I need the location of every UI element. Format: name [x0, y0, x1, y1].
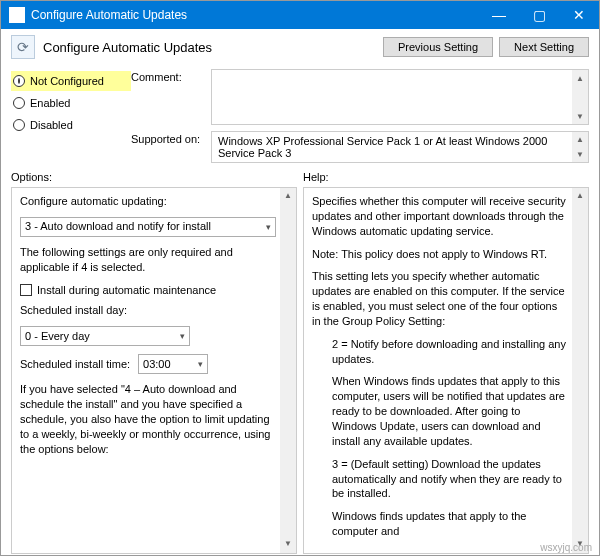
supported-on-value: Windows XP Professional Service Pack 1 o…	[218, 135, 547, 159]
scroll-down-icon[interactable]: ▼	[280, 537, 296, 553]
help-text: This setting lets you specify whether au…	[312, 269, 568, 328]
chevron-down-icon: ▾	[266, 221, 271, 233]
scroll-down-icon[interactable]: ▼	[572, 147, 588, 162]
scroll-down-icon[interactable]: ▼	[572, 108, 588, 124]
help-label: Help:	[303, 171, 589, 183]
radio-label: Not Configured	[30, 75, 104, 87]
scroll-up-icon[interactable]: ▲	[572, 188, 588, 204]
watermark: wsxyjq.com	[540, 542, 592, 553]
radio-dot-icon	[13, 119, 25, 131]
policy-icon	[11, 35, 35, 59]
window-title: Configure Automatic Updates	[31, 8, 479, 22]
scroll-track[interactable]	[280, 204, 296, 537]
radio-dot-icon	[13, 75, 25, 87]
scroll-track[interactable]	[572, 204, 588, 537]
maximize-button[interactable]: ▢	[519, 1, 559, 29]
help-text: Specifies whether this computer will rec…	[312, 194, 568, 239]
checkbox-box-icon	[20, 284, 32, 296]
help-text: Windows finds updates that apply to the …	[312, 509, 568, 539]
previous-setting-button[interactable]: Previous Setting	[383, 37, 493, 57]
chevron-down-icon: ▾	[180, 330, 185, 342]
scheduled-day-label: Scheduled install day:	[20, 303, 276, 318]
scroll-up-icon[interactable]: ▲	[280, 188, 296, 204]
chevron-down-icon: ▾	[198, 358, 203, 370]
close-button[interactable]: ✕	[559, 1, 599, 29]
scheduled-day-select[interactable]: 0 - Every day ▾	[20, 326, 190, 346]
titlebar[interactable]: Configure Automatic Updates — ▢ ✕	[1, 1, 599, 29]
radio-enabled[interactable]: Enabled	[11, 93, 131, 113]
next-setting-button[interactable]: Next Setting	[499, 37, 589, 57]
radio-not-configured[interactable]: Not Configured	[11, 71, 131, 91]
supported-on-box: Windows XP Professional Service Pack 1 o…	[211, 131, 589, 163]
help-text: 2 = Notify before downloading and instal…	[312, 337, 568, 367]
radio-disabled[interactable]: Disabled	[11, 115, 131, 135]
options-label: Options:	[11, 171, 297, 183]
help-text: Note: This policy does not apply to Wind…	[312, 247, 568, 262]
radio-label: Disabled	[30, 119, 73, 131]
scheduled-time-select[interactable]: 03:00 ▾	[138, 354, 208, 374]
configure-updating-select[interactable]: 3 - Auto download and notify for install…	[20, 217, 276, 237]
install-during-maintenance-checkbox[interactable]: Install during automatic maintenance	[20, 283, 276, 298]
select-value: 0 - Every day	[25, 329, 90, 344]
window-icon	[9, 7, 25, 23]
checkbox-label: Install during automatic maintenance	[37, 283, 216, 298]
select-value: 03:00	[143, 357, 171, 372]
header: Configure Automatic Updates Previous Set…	[1, 29, 599, 65]
help-text: When Windows finds updates that apply to…	[312, 374, 568, 448]
options-pane: Configure automatic updating: 3 - Auto d…	[11, 187, 297, 554]
scrollbar[interactable]: ▲ ▼	[572, 132, 588, 162]
scroll-track[interactable]	[572, 86, 588, 108]
options-tail-text: If you have selected "4 – Auto download …	[20, 382, 276, 456]
scheduled-time-label: Scheduled install time:	[20, 357, 130, 372]
comment-label: Comment:	[131, 69, 211, 83]
configure-updating-label: Configure automatic updating:	[20, 194, 276, 209]
minimize-button[interactable]: —	[479, 1, 519, 29]
scroll-up-icon[interactable]: ▲	[572, 70, 588, 86]
policy-title: Configure Automatic Updates	[43, 40, 377, 55]
scroll-up-icon[interactable]: ▲	[572, 132, 588, 147]
scrollbar[interactable]: ▲ ▼	[280, 188, 296, 553]
radio-dot-icon	[13, 97, 25, 109]
scrollbar[interactable]: ▲ ▼	[572, 188, 588, 553]
select-value: 3 - Auto download and notify for install	[25, 219, 211, 234]
supported-on-label: Supported on:	[131, 131, 211, 145]
radio-label: Enabled	[30, 97, 70, 109]
options-note: The following settings are only required…	[20, 245, 276, 275]
help-pane: Specifies whether this computer will rec…	[303, 187, 589, 554]
scrollbar[interactable]: ▲ ▼	[572, 70, 588, 124]
help-text: 3 = (Default setting) Download the updat…	[312, 457, 568, 502]
comment-textarea[interactable]: ▲ ▼	[211, 69, 589, 125]
